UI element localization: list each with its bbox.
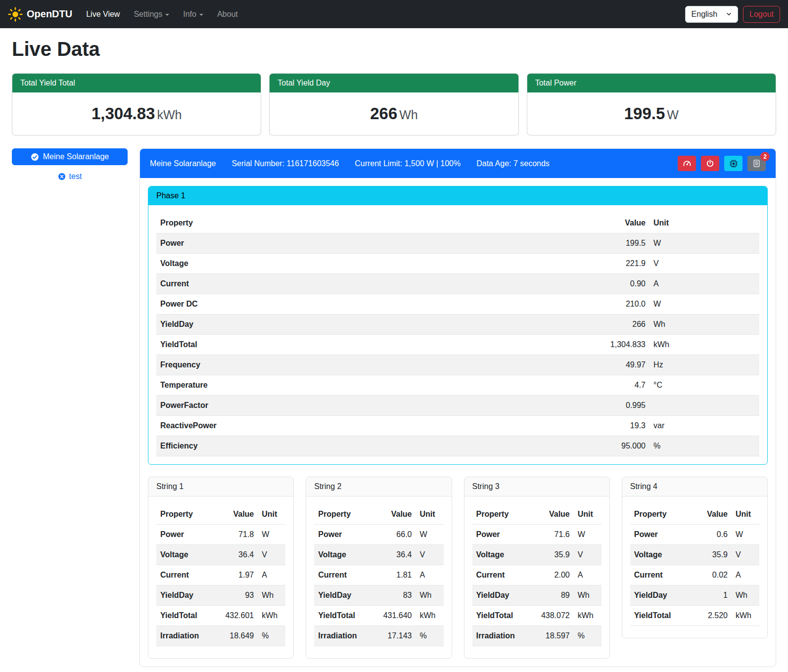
table-header-row: Property Value Unit [630,504,759,525]
unit: Wh [399,108,418,122]
property-value: 18.649 [214,626,258,646]
logout-button[interactable]: Logout [743,6,780,23]
string-3-card: String 3 Property Value Unit [464,477,610,659]
property-unit: W [732,525,759,545]
property-name: Power [314,525,372,545]
table-row: YieldTotal 1,304.833 kWh [156,335,759,355]
table-header-row: Property Value Unit [156,504,285,525]
power-toggle-button[interactable] [701,156,719,171]
property-value: 83 [372,585,416,606]
phase-card-body: Property Value Unit Power [148,205,767,464]
chevron-down-icon [726,11,732,17]
inverter-item-label: test [69,172,82,181]
property-name: Power DC [156,294,565,314]
col-unit: Unit [649,213,759,233]
string-4-card: String 4 Property Value Unit [622,477,768,638]
value: 266 [370,104,397,123]
property-unit: W [649,233,759,254]
property-unit: Hz [649,355,759,375]
table-row: Power 0.6 W [630,525,759,545]
table-row: Power DC 210.0 W [156,294,759,314]
card-title: Total Yield Total [12,74,261,92]
event-count-badge: 2 [760,152,770,161]
inverter-panel-header: Meine Solaranlage Serial Number: 1161716… [140,149,776,178]
value: 199.5 [624,104,665,123]
property-name: YieldTotal [630,606,688,626]
property-unit: A [258,565,285,585]
table-row: PowerFactor 0.995 [156,396,759,416]
property-value: 36.4 [372,545,416,565]
card-value: 199.5W [527,92,776,135]
table-header-row: Property Value Unit [314,504,443,525]
table-row: Temperature 4.7 °C [156,375,759,396]
nav-item-about[interactable]: About [217,10,238,19]
string-3-table: Property Value Unit Power [472,504,602,646]
property-unit: A [574,565,602,585]
nav-item-settings[interactable]: Settings [134,10,169,19]
property-value: 0.6 [688,525,732,545]
strings-row: String 1 Property Value Unit [148,477,768,659]
property-name: Voltage [314,545,372,565]
table-row: Power 199.5 W [156,233,759,254]
property-unit: kWh [732,606,759,626]
limit-settings-button[interactable] [678,156,696,171]
nav-item-info[interactable]: Info [183,10,203,19]
property-unit: kWh [574,606,602,626]
table-row: Voltage 35.9 V [630,545,759,565]
table-row: YieldTotal 2.520 kWh [630,606,759,626]
unit: kWh [157,108,182,122]
main-row: Meine Solaranlage test Meine Solaranlage… [12,148,776,667]
property-value: 17.143 [372,626,416,646]
string-4-table: Property Value Unit Power [630,504,759,626]
total-power-card: Total Power 199.5W [527,73,776,135]
property-unit: var [649,416,759,436]
property-name: ReactivePower [156,416,565,436]
property-value: 36.4 [214,545,258,565]
string-title: String 2 [306,477,451,496]
property-value: 0.02 [688,565,732,585]
string-card-body: Property Value Unit Power [306,496,451,658]
property-value: 0.995 [565,396,649,416]
table-row: YieldDay 266 Wh [156,314,759,335]
property-name: YieldTotal [472,606,530,626]
property-value: 0.90 [565,274,649,294]
inverter-current-limit: Current Limit: 1,500 W | 100% [355,159,461,168]
brand-title: OpenDTU [27,8,72,20]
table-row: Power 71.6 W [472,525,602,545]
language-select[interactable]: English [685,6,738,23]
property-value: 18.597 [530,626,574,646]
property-value: 438.072 [530,606,574,626]
property-unit: W [649,294,759,314]
property-name: YieldTotal [156,335,565,355]
table-row: Voltage 36.4 V [314,545,443,565]
property-unit: kWh [649,335,759,355]
table-row: Irradiation 18.649 % [156,626,285,646]
col-property: Property [156,213,565,233]
page-title: Live Data [12,38,776,60]
string-card-body: Property Value Unit Power [622,496,767,638]
property-value: 35.9 [530,545,574,565]
table-row: Irradiation 17.143 % [314,626,443,646]
property-name: Power [472,525,530,545]
event-log-button[interactable]: 2 [747,156,766,171]
property-value: 71.8 [214,525,258,545]
col-unit: Unit [574,504,602,525]
property-unit: % [416,626,444,646]
property-value: 66.0 [372,525,416,545]
property-unit: V [649,254,759,274]
inverter-item-test[interactable]: test [12,172,128,181]
inverter-select-button[interactable]: Meine Solaranlage [12,148,128,165]
property-unit: Wh [416,585,444,606]
power-icon [706,159,714,168]
table-row: ReactivePower 19.3 var [156,416,759,436]
string-2-card: String 2 Property Value Unit [306,477,452,659]
property-name: YieldDay [472,585,530,606]
card-value: 266Wh [270,92,518,135]
table-row: Current 0.02 A [630,565,759,585]
table-row: YieldDay 93 Wh [156,585,285,606]
navbar-brand[interactable]: OpenDTU [8,7,72,22]
inverter-info-button[interactable] [724,156,742,171]
nav-item-live-view[interactable]: Live View [86,10,120,19]
col-unit: Unit [258,504,285,525]
property-unit: Wh [258,585,285,606]
